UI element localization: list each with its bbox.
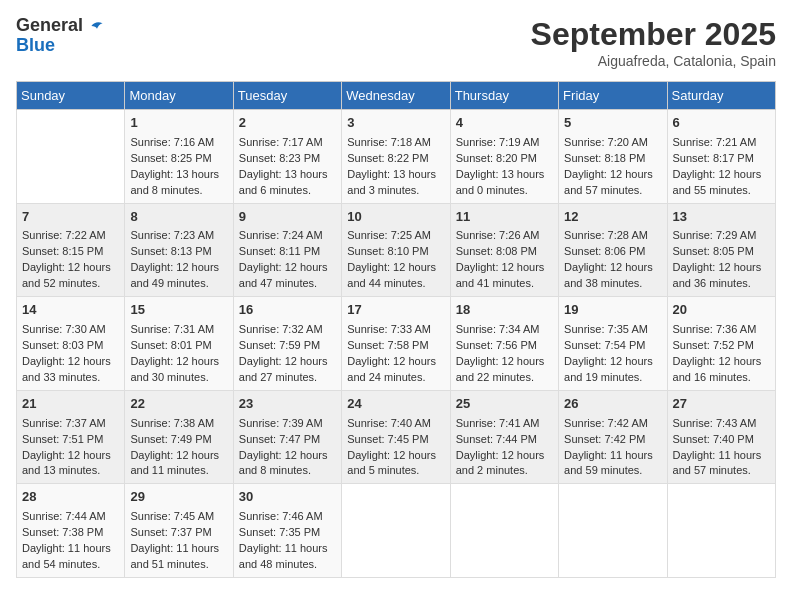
day-number: 13 [673,208,770,227]
calendar-cell: 15Sunrise: 7:31 AMSunset: 8:01 PMDayligh… [125,297,233,391]
logo-general-text: General [16,15,83,35]
calendar-cell: 29Sunrise: 7:45 AMSunset: 7:37 PMDayligh… [125,484,233,578]
calendar-cell: 12Sunrise: 7:28 AMSunset: 8:06 PMDayligh… [559,203,667,297]
calendar-cell: 10Sunrise: 7:25 AMSunset: 8:10 PMDayligh… [342,203,450,297]
day-number: 10 [347,208,444,227]
month-title: September 2025 [531,16,776,53]
day-number: 27 [673,395,770,414]
weekday-header-wednesday: Wednesday [342,82,450,110]
day-number: 7 [22,208,119,227]
weekday-header-thursday: Thursday [450,82,558,110]
day-number: 22 [130,395,227,414]
calendar-cell [450,484,558,578]
day-number: 19 [564,301,661,320]
day-number: 25 [456,395,553,414]
calendar-cell: 20Sunrise: 7:36 AMSunset: 7:52 PMDayligh… [667,297,775,391]
calendar-cell: 23Sunrise: 7:39 AMSunset: 7:47 PMDayligh… [233,390,341,484]
calendar-cell: 2Sunrise: 7:17 AMSunset: 8:23 PMDaylight… [233,110,341,204]
day-number: 21 [22,395,119,414]
day-number: 5 [564,114,661,133]
calendar-cell: 8Sunrise: 7:23 AMSunset: 8:13 PMDaylight… [125,203,233,297]
calendar-cell: 22Sunrise: 7:38 AMSunset: 7:49 PMDayligh… [125,390,233,484]
day-number: 24 [347,395,444,414]
day-number: 26 [564,395,661,414]
day-number: 14 [22,301,119,320]
calendar-cell: 26Sunrise: 7:42 AMSunset: 7:42 PMDayligh… [559,390,667,484]
day-number: 9 [239,208,336,227]
weekday-header-saturday: Saturday [667,82,775,110]
calendar-cell: 18Sunrise: 7:34 AMSunset: 7:56 PMDayligh… [450,297,558,391]
calendar-week-row: 7Sunrise: 7:22 AMSunset: 8:15 PMDaylight… [17,203,776,297]
calendar-cell: 24Sunrise: 7:40 AMSunset: 7:45 PMDayligh… [342,390,450,484]
day-number: 2 [239,114,336,133]
day-number: 8 [130,208,227,227]
calendar-cell: 25Sunrise: 7:41 AMSunset: 7:44 PMDayligh… [450,390,558,484]
weekday-header-tuesday: Tuesday [233,82,341,110]
calendar-cell: 4Sunrise: 7:19 AMSunset: 8:20 PMDaylight… [450,110,558,204]
title-block: September 2025 Aiguafreda, Catalonia, Sp… [531,16,776,69]
day-number: 20 [673,301,770,320]
day-number: 30 [239,488,336,507]
day-number: 16 [239,301,336,320]
calendar-cell: 27Sunrise: 7:43 AMSunset: 7:40 PMDayligh… [667,390,775,484]
calendar-week-row: 21Sunrise: 7:37 AMSunset: 7:51 PMDayligh… [17,390,776,484]
calendar-cell: 21Sunrise: 7:37 AMSunset: 7:51 PMDayligh… [17,390,125,484]
calendar-cell [342,484,450,578]
calendar-cell: 11Sunrise: 7:26 AMSunset: 8:08 PMDayligh… [450,203,558,297]
logo-bird-icon [90,19,104,33]
calendar-week-row: 1Sunrise: 7:16 AMSunset: 8:25 PMDaylight… [17,110,776,204]
calendar-week-row: 14Sunrise: 7:30 AMSunset: 8:03 PMDayligh… [17,297,776,391]
day-number: 12 [564,208,661,227]
logo-blue-text: Blue [16,36,104,56]
weekday-header-row: SundayMondayTuesdayWednesdayThursdayFrid… [17,82,776,110]
weekday-header-friday: Friday [559,82,667,110]
day-number: 4 [456,114,553,133]
day-number: 1 [130,114,227,133]
day-number: 18 [456,301,553,320]
calendar-cell: 1Sunrise: 7:16 AMSunset: 8:25 PMDaylight… [125,110,233,204]
calendar-cell [667,484,775,578]
day-number: 29 [130,488,227,507]
calendar-cell: 30Sunrise: 7:46 AMSunset: 7:35 PMDayligh… [233,484,341,578]
calendar-cell: 9Sunrise: 7:24 AMSunset: 8:11 PMDaylight… [233,203,341,297]
calendar-cell: 28Sunrise: 7:44 AMSunset: 7:38 PMDayligh… [17,484,125,578]
calendar-cell [559,484,667,578]
logo: General Blue [16,16,104,56]
day-number: 3 [347,114,444,133]
calendar-cell: 17Sunrise: 7:33 AMSunset: 7:58 PMDayligh… [342,297,450,391]
calendar-cell: 3Sunrise: 7:18 AMSunset: 8:22 PMDaylight… [342,110,450,204]
calendar-cell: 16Sunrise: 7:32 AMSunset: 7:59 PMDayligh… [233,297,341,391]
day-number: 28 [22,488,119,507]
day-number: 17 [347,301,444,320]
weekday-header-monday: Monday [125,82,233,110]
location-text: Aiguafreda, Catalonia, Spain [531,53,776,69]
day-number: 15 [130,301,227,320]
calendar-cell: 14Sunrise: 7:30 AMSunset: 8:03 PMDayligh… [17,297,125,391]
calendar-table: SundayMondayTuesdayWednesdayThursdayFrid… [16,81,776,578]
calendar-cell: 6Sunrise: 7:21 AMSunset: 8:17 PMDaylight… [667,110,775,204]
day-number: 23 [239,395,336,414]
day-number: 6 [673,114,770,133]
weekday-header-sunday: Sunday [17,82,125,110]
calendar-cell: 13Sunrise: 7:29 AMSunset: 8:05 PMDayligh… [667,203,775,297]
day-number: 11 [456,208,553,227]
calendar-cell [17,110,125,204]
calendar-cell: 19Sunrise: 7:35 AMSunset: 7:54 PMDayligh… [559,297,667,391]
page-header: General Blue September 2025 Aiguafreda, … [16,16,776,69]
calendar-week-row: 28Sunrise: 7:44 AMSunset: 7:38 PMDayligh… [17,484,776,578]
calendar-cell: 5Sunrise: 7:20 AMSunset: 8:18 PMDaylight… [559,110,667,204]
calendar-cell: 7Sunrise: 7:22 AMSunset: 8:15 PMDaylight… [17,203,125,297]
